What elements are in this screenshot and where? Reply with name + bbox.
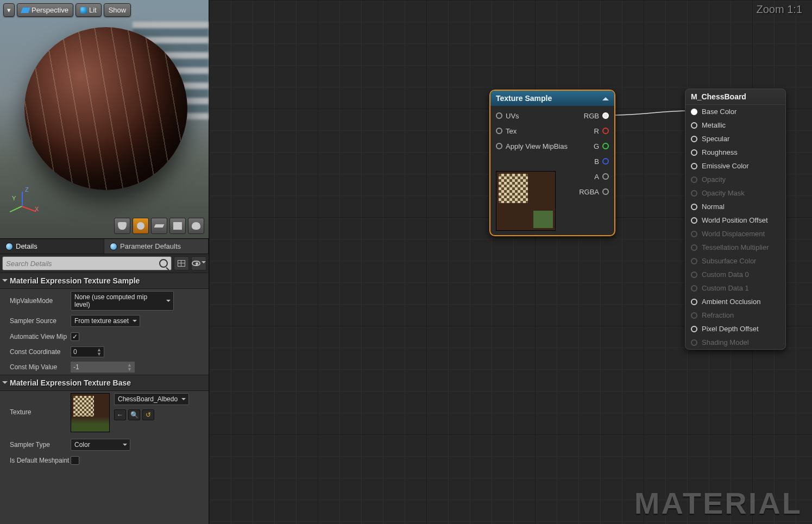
pin-in-world-position-offset[interactable]: World Position Offset (685, 213, 785, 227)
pin-in-opacity[interactable]: Opacity (685, 173, 785, 186)
pin-in-tessellation-multiplier[interactable]: Tessellation Multiplier (685, 241, 785, 254)
pin-out-b[interactable]: B (594, 157, 609, 166)
axis-x-label: X (35, 206, 39, 212)
combo-sampler-type[interactable]: Color (71, 439, 130, 451)
wire-rgb-to-basecolor (611, 109, 693, 119)
texture-thumbnail[interactable] (71, 393, 110, 432)
pin-in-world-displacement[interactable]: World Displacement (685, 227, 785, 241)
node-output-title: M_ChessBoard (685, 89, 785, 105)
viewport-options-dropdown[interactable]: ▾ (3, 3, 15, 17)
shape-teapot-button[interactable] (188, 218, 204, 234)
preview-viewport[interactable]: ▾ Perspective Lit Show Z X Y (0, 0, 209, 239)
pin-out-rgba[interactable]: RGBA (579, 188, 609, 196)
pin-out-g[interactable]: G (594, 142, 609, 150)
pin-dot (691, 217, 697, 224)
perspective-button[interactable]: Perspective (17, 3, 73, 17)
row-sampler-type: Sampler Type Color (0, 437, 209, 453)
label-texture: Texture (10, 393, 71, 416)
pin-in-emissive-color[interactable]: Emissive Color (685, 159, 785, 173)
combo-mip-value-mode[interactable]: None (use computed mip level) (71, 291, 174, 311)
section-texture-base[interactable]: Material Expression Texture Base (0, 375, 209, 391)
show-button[interactable]: Show (104, 3, 131, 17)
search-icon (159, 259, 168, 268)
pin-label: Tessellation Multiplier (702, 243, 769, 251)
pin-in-opacity-mask[interactable]: Opacity Mask (685, 186, 785, 200)
pin-out-a[interactable]: A (594, 173, 609, 181)
material-graph[interactable]: Zoom 1:1 MATERIAL Texture Sample UVs RGB (209, 0, 812, 524)
pin-in-roughness[interactable]: Roughness (685, 146, 785, 159)
row-sampler-source: Sampler Source From texture asset (0, 313, 209, 329)
pin-out-rgb[interactable]: RGB (584, 112, 609, 120)
tab-parameter-defaults[interactable]: Parameter Defaults (104, 239, 209, 254)
pin-label: Normal (702, 203, 725, 211)
view-options-button[interactable] (191, 256, 206, 270)
pin-dot (691, 163, 697, 169)
pin-in-uvs[interactable]: UVs (496, 112, 519, 120)
lit-button[interactable]: Lit (75, 3, 102, 17)
pin-in-normal[interactable]: Normal (685, 200, 785, 213)
label-sampler-type: Sampler Type (10, 441, 71, 449)
reset-asset-button[interactable]: ↺ (142, 409, 154, 420)
pin-in-ambient-occlusion[interactable]: Ambient Occlusion (685, 295, 785, 308)
perspective-label: Perspective (32, 6, 68, 14)
info-icon (5, 243, 13, 250)
spinner-const-coordinate[interactable]: 0 ▲▼ (71, 346, 104, 357)
pin-dot (691, 122, 697, 129)
browse-asset-button[interactable]: 🔍 (128, 409, 140, 420)
search-input[interactable] (6, 260, 159, 268)
section-texture-base-title: Material Expression Texture Base (10, 378, 131, 387)
spinner-const-mip-value[interactable]: -1 ▲▼ (71, 362, 135, 373)
pin-dot (691, 204, 697, 210)
collapse-icon[interactable] (602, 94, 609, 100)
pin-in-specular[interactable]: Specular (685, 132, 785, 146)
node-texture-sample[interactable]: Texture Sample UVs RGB Tex (489, 90, 615, 236)
shape-plane-button[interactable] (151, 218, 167, 234)
pin-label: World Position Offset (702, 216, 768, 224)
pin-in-shading-model[interactable]: Shading Model (685, 336, 785, 349)
pin-label: Ambient Occlusion (702, 298, 760, 306)
pin-dot (691, 176, 697, 183)
pin-in-metallic[interactable]: Metallic (685, 118, 785, 132)
axis-gizmo: Z X Y (10, 190, 37, 217)
pin-in-subsurface-color[interactable]: Subsurface Color (685, 254, 785, 268)
pin-label: Opacity Mask (702, 189, 745, 197)
shape-cylinder-button[interactable] (114, 218, 130, 234)
pin-out-r[interactable]: R (594, 127, 609, 135)
section-texture-sample[interactable]: Material Expression Texture Sample (0, 273, 209, 289)
pin-label: Custom Data 0 (702, 270, 749, 279)
row-auto-view-mip: Automatic View Mip ✓ (0, 329, 209, 344)
pin-in-refraction[interactable]: Refraction (685, 308, 785, 322)
use-selected-asset-button[interactable]: ← (114, 409, 126, 420)
pin-in-custom-data-1[interactable]: Custom Data 1 (685, 281, 785, 295)
node-output-pins: Base ColorMetallicSpecularRoughnessEmiss… (685, 105, 785, 349)
checkbox-is-default-meshpaint[interactable] (71, 456, 79, 465)
node-material-output[interactable]: M_ChessBoard Base ColorMetallicSpecularR… (685, 89, 786, 350)
pin-in-pixel-depth-offset[interactable]: Pixel Depth Offset (685, 322, 785, 336)
pin-label: Base Color (702, 108, 737, 116)
combo-sampler-source[interactable]: From texture asset (71, 315, 140, 327)
value-const-mip-value: -1 (73, 363, 79, 371)
value-const-coordinate: 0 (73, 348, 77, 356)
property-matrix-button[interactable] (174, 256, 189, 270)
details-panel[interactable]: Material Expression Texture Sample MipVa… (0, 273, 209, 524)
pin-dot (691, 190, 697, 197)
pin-in-tex-label: Tex (506, 127, 517, 135)
combo-texture-asset[interactable]: ChessBoard_Albedo (114, 393, 189, 405)
pin-dot (691, 326, 697, 332)
shape-cube-button[interactable] (169, 218, 186, 234)
pin-label: Emissive Color (702, 162, 749, 170)
chevron-down-icon (2, 381, 8, 387)
node-texture-sample-header[interactable]: Texture Sample (490, 91, 614, 106)
viewport-toolbar: ▾ Perspective Lit Show (3, 3, 131, 17)
lit-label: Lit (89, 6, 97, 14)
pin-out-g-label: G (594, 142, 599, 150)
pin-in-custom-data-0[interactable]: Custom Data 0 (685, 268, 785, 281)
checkbox-auto-view-mip[interactable]: ✓ (71, 332, 79, 341)
pin-in-base-color[interactable]: Base Color (685, 105, 785, 118)
shape-sphere-button[interactable] (133, 218, 149, 234)
label-const-coordinate: Const Coordinate (10, 348, 71, 356)
pin-in-tex[interactable]: Tex (496, 127, 517, 135)
left-panel: ▾ Perspective Lit Show Z X Y (0, 0, 209, 524)
tab-details[interactable]: Details (0, 239, 104, 254)
pin-in-mipbias[interactable]: Apply View MipBias (496, 142, 568, 150)
